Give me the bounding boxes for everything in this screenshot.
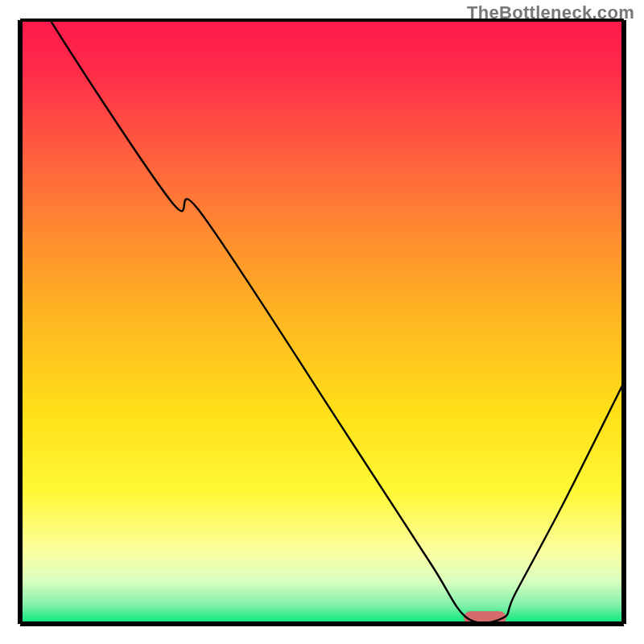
bottleneck-chart (0, 0, 644, 644)
watermark-label: TheBottleneck.com (467, 2, 634, 23)
chart-stage: TheBottleneck.com (0, 0, 644, 644)
gradient-background (20, 20, 624, 624)
